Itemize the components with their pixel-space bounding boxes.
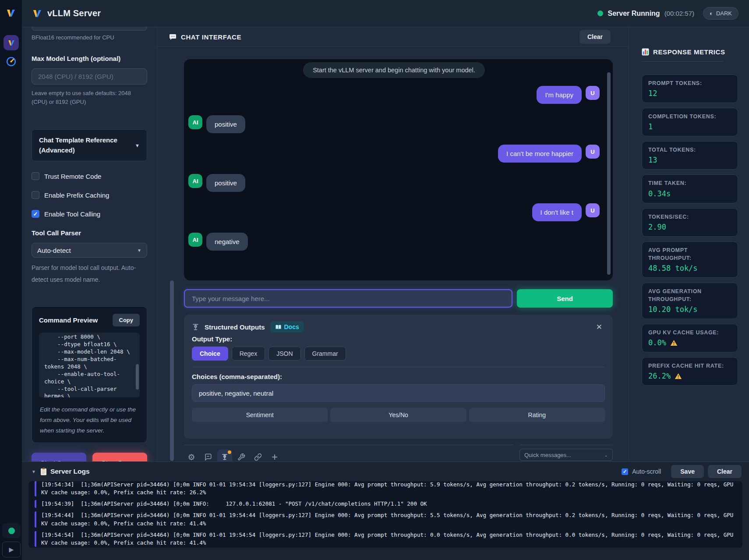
metric-value: 48.58 tok/s xyxy=(648,264,731,273)
message-list[interactable]: Start the vLLM server and begin chatting… xyxy=(184,59,613,280)
command-code[interactable]: --port 8000 \ --dtype bfloat16 \ --max-m… xyxy=(44,333,134,397)
green-status-dot xyxy=(8,528,15,534)
metric-label: AVG PROMPT THROUGHPUT: xyxy=(648,246,731,262)
code-scrollbar-thumb[interactable] xyxy=(136,364,139,390)
user-message-row: I can't be more happier U xyxy=(188,145,600,163)
panel-scrollbar-thumb[interactable] xyxy=(170,280,174,461)
preset-sentiment-button[interactable]: Sentiment xyxy=(192,408,328,422)
server-status-dot xyxy=(597,11,603,16)
checkbox-trust-remote-code[interactable]: Trust Remote Code xyxy=(32,172,147,180)
metric-value: 1 xyxy=(648,122,731,131)
theme-toggle-label: DARK xyxy=(716,10,732,17)
rail-item-vllm[interactable] xyxy=(4,35,19,50)
metric-value: 26.2% xyxy=(648,372,731,380)
theme-toggle-button[interactable]: ◐ DARK xyxy=(703,7,738,20)
metric-card-tokens-per-sec: TOKENS/SEC: 2.90 xyxy=(642,208,738,237)
tool-call-parser-select[interactable]: Auto-detect ▼ xyxy=(32,243,147,258)
send-button[interactable]: Send xyxy=(517,289,613,308)
metrics-title: RESPONSE METRICS xyxy=(653,48,725,56)
metric-value: 0.34s xyxy=(648,189,731,198)
collapse-triangle-icon[interactable]: ▼ xyxy=(32,469,36,474)
command-code-box[interactable]: --port 8000 \ --dtype bfloat16 \ --max-m… xyxy=(39,333,140,397)
autoscroll-checkbox[interactable]: ✓ Auto-scroll xyxy=(622,468,661,475)
log-entry: [19:54:44] [1;36m(APIServer pid=34464) [… xyxy=(35,511,736,527)
chat-template-label: Chat Template Reference (Advanced) xyxy=(39,135,135,155)
chat-template-toggle[interactable]: Chat Template Reference (Advanced) ▼ xyxy=(32,129,147,161)
checkbox-checked-icon: ✓ xyxy=(32,210,39,218)
response-metrics-panel: RESPONSE METRICS PROMPT TOKENS: 12 COMPL… xyxy=(629,27,749,461)
logs-clear-button[interactable]: Clear xyxy=(708,465,742,478)
type-option-regex[interactable]: Regex xyxy=(232,347,265,361)
structured-output-icon xyxy=(192,323,199,331)
checkbox-tool-calling[interactable]: ✓ Enable Tool Calling xyxy=(32,210,147,218)
quick-messages-label: Quick messages... xyxy=(524,452,571,458)
metric-card-total-tokens: TOTAL TOKENS: 13 xyxy=(642,141,738,170)
checkbox-label: Enable Prefix Caching xyxy=(44,191,109,199)
docs-link[interactable]: Docs xyxy=(270,321,304,333)
metric-card-completion-tokens: COMPLETION TOKENS: 1 xyxy=(642,108,738,136)
vllm-logo-icon xyxy=(5,8,17,18)
metric-value: 12 xyxy=(648,89,731,98)
stop-server-button[interactable]: Stop Server xyxy=(92,453,147,461)
choices-input[interactable] xyxy=(192,384,605,402)
max-model-length-help: Leave empty to use safe defaults: 2048 (… xyxy=(32,89,147,106)
max-model-length-label: Max Model Length (optional) xyxy=(32,55,147,62)
log-entry: [19:54:34] [1;36m(APIServer pid=34464) [… xyxy=(35,481,736,496)
metric-value: 0.0% xyxy=(648,338,731,347)
log-list[interactable]: [19:54:34] [1;36m(APIServer pid=34464) [… xyxy=(28,481,742,548)
half-moon-icon: ◐ xyxy=(710,10,713,17)
chat-message-input[interactable] xyxy=(184,289,512,308)
user-message-row: I'm happy U xyxy=(188,86,600,104)
ai-message-bubble: negative xyxy=(206,233,248,251)
ai-message-row: AI negative xyxy=(188,233,600,251)
dtype-select-clipped[interactable] xyxy=(32,27,147,31)
type-option-json[interactable]: JSON xyxy=(269,347,300,361)
user-avatar: U xyxy=(586,86,600,100)
ai-message-row: AI positive xyxy=(188,174,600,192)
metric-label: AVG GENERATION THROUGHPUT: xyxy=(648,287,731,303)
ai-avatar: AI xyxy=(188,174,202,188)
chat-clear-button[interactable]: Clear xyxy=(579,30,611,44)
metric-label: TIME TAKEN: xyxy=(648,179,731,187)
checkbox-prefix-caching[interactable]: Enable Prefix Caching xyxy=(32,191,147,199)
copy-button[interactable]: Copy xyxy=(113,314,140,326)
user-avatar: U xyxy=(586,145,600,159)
command-preview-card: Command Preview Copy --port 8000 \ --dty… xyxy=(32,306,147,443)
chat-panel: CHAT INTERFACE Clear Start the vLLM serv… xyxy=(157,27,629,461)
metric-label: PROMPT TOKENS: xyxy=(648,79,731,87)
play-icon: ▶ xyxy=(9,546,14,553)
gauge-icon[interactable] xyxy=(6,56,17,67)
metric-label: TOTAL TOKENS: xyxy=(648,146,731,154)
notification-dot xyxy=(228,450,231,454)
metric-card-time-taken: TIME TAKEN: 0.34s xyxy=(642,174,738,203)
server-status-text: Server Running xyxy=(608,10,660,18)
chevron-down-icon: ▼ xyxy=(135,143,140,148)
command-preview-title: Command Preview xyxy=(39,316,98,324)
user-message-bubble: I'm happy xyxy=(537,86,582,104)
max-model-length-input[interactable] xyxy=(32,68,147,85)
rail-play-button[interactable]: ▶ xyxy=(2,542,21,557)
warning-icon xyxy=(675,373,682,379)
server-logs-title: Server Logs xyxy=(50,468,90,475)
type-option-grammar[interactable]: Grammar xyxy=(304,347,346,361)
start-server-button[interactable]: Start Server xyxy=(32,453,86,461)
quick-messages-select[interactable]: Quick messages... ⌄ xyxy=(519,449,613,461)
settings-panel: BFloat16 recommended for CPU Max Model L… xyxy=(22,27,157,461)
metric-card-prompt-tokens: PROMPT TOKENS: 12 xyxy=(642,74,738,103)
logs-save-button[interactable]: Save xyxy=(671,465,704,478)
metric-card-gpu-kv-cache: GPU KV CACHE USAGE: 0.0% xyxy=(642,324,738,352)
metric-card-prefix-cache-hit-rate: PREFIX CACHE HIT RATE: 26.2% xyxy=(642,357,738,386)
structured-outputs-card: Structured Outputs Docs ✕ Output Type: C… xyxy=(184,315,613,439)
preset-yesno-button[interactable]: Yes/No xyxy=(330,408,466,422)
docs-label: Docs xyxy=(284,323,299,330)
server-logs-panel: ▼ Server Logs ✓ Auto-scroll Save Clear [… xyxy=(22,461,749,560)
chat-scrollbar-thumb[interactable] xyxy=(607,72,611,275)
user-message-row: I don't like t U xyxy=(188,203,600,221)
chevron-down-icon: ▼ xyxy=(137,248,141,253)
chat-header-title: CHAT INTERFACE xyxy=(181,33,579,41)
book-icon xyxy=(275,324,282,330)
preset-rating-button[interactable]: Rating xyxy=(469,408,605,422)
type-option-choice[interactable]: Choice xyxy=(192,347,228,361)
ai-avatar: AI xyxy=(188,115,202,129)
close-icon[interactable]: ✕ xyxy=(596,323,602,332)
